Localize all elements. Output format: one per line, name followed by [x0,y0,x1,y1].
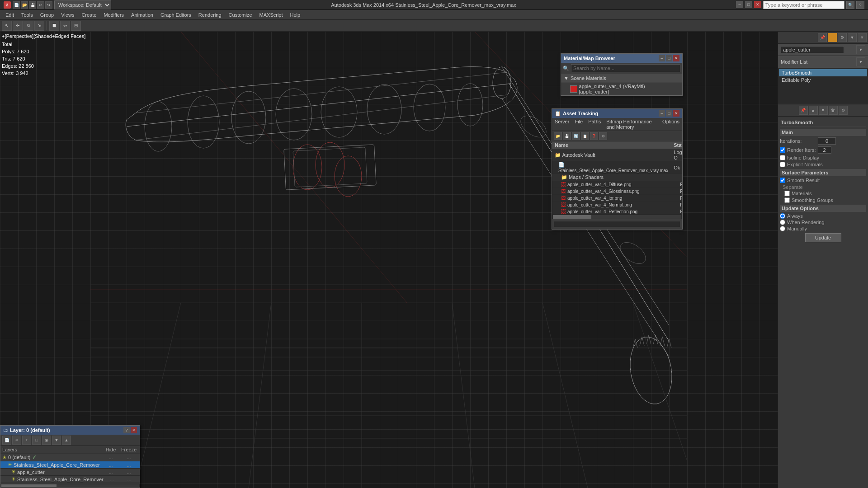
layers-sel-btn[interactable]: □ [32,436,41,445]
toolbar-mini-buttons[interactable]: 📄 📂 💾 ↩ ↪ [13,1,52,9]
align-tool[interactable]: ⊟ [71,21,81,31]
open-btn[interactable]: 📂 [21,1,28,9]
rotate-tool[interactable]: ↻ [24,21,33,31]
minimize-btn[interactable]: – [736,1,743,8]
search-btn[interactable]: 🔍 [846,1,854,9]
expand-btn[interactable]: ▼ [848,33,857,42]
asset-menu-server[interactable]: Server [552,118,572,131]
color-btn[interactable] [828,33,837,42]
asset-tracking-minimize[interactable]: – [659,110,665,117]
layers-scrollbar[interactable] [0,483,140,488]
material-browser-maximize[interactable]: □ [666,55,672,61]
mirror-tool[interactable]: ⇔ [60,21,70,31]
layer-row-apple-cutter[interactable]: ☀ apple_cutter ... ... [0,469,140,476]
update-button[interactable]: Update [805,233,841,242]
material-browser-minimize[interactable]: – [659,55,665,61]
select-tool[interactable]: ↖ [2,21,12,31]
material-browser-close[interactable]: ✕ [673,55,679,61]
layer-freeze-value[interactable]: ... [120,469,138,475]
workspace-dropdown[interactable]: Workspace: Default [54,0,111,9]
col-name[interactable]: Name [552,141,671,149]
layers-titlebar[interactable]: 🗂 Layer: 0 (default) ? ✕ [0,426,140,435]
close-panel-btn[interactable]: ✕ [858,33,867,42]
material-browser-titlebar[interactable]: Material/Map Browser – □ ✕ [561,54,682,63]
asset-tracking-close[interactable]: ✕ [673,110,679,117]
material-item[interactable]: apple_cutter_var_4 (VRayMtl) [apple_cutt… [561,83,682,95]
layers-new-btn[interactable]: 📄 [2,436,11,445]
layer-freeze-value[interactable]: ... [121,477,138,482]
save-btn[interactable]: 💾 [29,1,36,9]
pin-btn[interactable]: 📌 [818,33,827,42]
pin-modifier-btn[interactable]: 📌 [799,106,808,115]
asset-tb-btn-5[interactable]: ❓ [590,132,598,140]
menu-item-animation[interactable]: Animation [127,11,157,19]
asset-tb-btn-4[interactable]: 📋 [581,132,589,140]
layers-add-sel-btn[interactable]: + [22,436,31,445]
settings-btn[interactable]: ⚙ [838,33,847,42]
menu-item-edit[interactable]: Edit [2,11,18,19]
layers-close[interactable]: ✕ [131,427,137,433]
asset-tb-btn-6[interactable]: ⚙ [599,132,607,140]
menu-item-tools[interactable]: Tools [18,11,37,19]
layer-row-selected[interactable]: ☀ Stainless_Steel_Apple_Core_Remover ...… [0,461,140,469]
undo-btn[interactable]: ↩ [37,1,44,9]
asset-tracking-titlebar[interactable]: 📋 Asset Tracking – □ ✕ [552,109,682,118]
snap-tool[interactable]: 🔲 [49,21,59,31]
search-input[interactable] [763,1,844,9]
modifier-item-turbosmooth[interactable]: TurboSmooth [779,69,867,76]
asset-menu-options[interactable]: Options [660,118,682,131]
help-btn[interactable]: ? [856,1,864,9]
menu-item-views[interactable]: Views [57,11,78,19]
modifier-list-options[interactable]: ▼ [856,57,865,66]
layer-row-stainless[interactable]: ☀ Stainless_Steel_Apple_Core_Remover ...… [0,476,140,483]
layer-freeze-value[interactable]: ... [120,462,138,468]
asset-table-container[interactable]: Name Status 📁 Autodesk Vault Logged O [552,141,682,214]
layer-hide-value[interactable]: ... [102,455,120,460]
render-iters-checkbox[interactable] [780,147,785,153]
menu-item-rendering[interactable]: Rendering [195,11,225,19]
when-rendering-radio[interactable] [780,220,785,225]
viewport[interactable]: +[Perspective][Shaded+Edged Faces] Total… [0,32,778,488]
scene-materials-section[interactable]: ▼ Scene Materials [561,74,682,83]
menu-item-create[interactable]: Create [78,11,100,19]
name-options-btn[interactable]: ▼ [856,45,865,54]
menu-item-modifiers[interactable]: Modifiers [100,11,127,19]
asset-tb-btn-2[interactable]: 💾 [563,132,571,140]
iterations-input[interactable] [818,137,836,145]
sep-smoothing-checkbox[interactable] [784,197,790,203]
explicit-normals-checkbox[interactable] [780,162,785,167]
asset-tb-btn-3[interactable]: 🔄 [572,132,580,140]
layers-question[interactable]: ? [123,427,130,433]
isoline-checkbox[interactable] [780,155,785,160]
layers-highlight-btn[interactable]: ◉ [42,436,51,445]
new-btn[interactable]: 📄 [13,1,20,9]
menu-item-graph-editors[interactable]: Graph Editors [157,11,195,19]
scale-tool[interactable]: ⇲ [34,21,44,31]
col-status[interactable]: Status [671,141,682,149]
material-search-input[interactable] [571,64,680,72]
always-radio[interactable] [780,213,785,219]
smooth-result-checkbox[interactable] [780,178,785,183]
layer-hide-value[interactable]: ... [102,462,120,468]
modifier-item-editablepoly[interactable]: Editable Poly [779,76,867,84]
object-name-input[interactable] [781,46,844,53]
redo-btn[interactable]: ↪ [45,1,52,9]
asset-tracking-maximize[interactable]: □ [666,110,672,117]
layer-row-default[interactable]: ☀ 0 (default) ✓ ... ... [0,454,140,461]
manually-radio[interactable] [780,226,785,231]
layer-hide-value[interactable]: ... [102,469,120,475]
modifier-stack[interactable]: TurboSmooth Editable Poly [778,68,868,104]
move-tool[interactable]: ✛ [13,21,23,31]
asset-menu-bitmap[interactable]: Bitmap Performance and Memory [604,118,660,131]
menu-item-group[interactable]: Group [37,11,58,19]
sep-materials-checkbox[interactable] [784,191,790,196]
delete-modifier-btn[interactable]: 🗑 [829,106,838,115]
menu-item-customize[interactable]: Customize [225,11,256,19]
asset-tb-btn-1[interactable]: 📁 [554,132,562,140]
move-up-btn[interactable]: ▲ [809,106,818,115]
asset-menu-file[interactable]: File [572,118,585,131]
close-btn[interactable]: ✕ [754,1,761,8]
layers-expand-btn[interactable]: ▼ [52,436,61,445]
layers-delete-btn[interactable]: ✕ [12,436,21,445]
maximize-btn[interactable]: □ [745,1,752,8]
